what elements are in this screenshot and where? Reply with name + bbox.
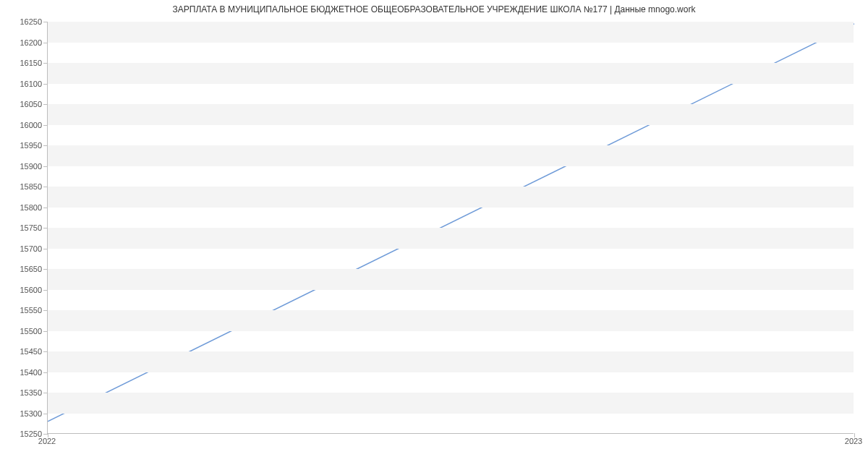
y-tick-label: 15250	[6, 430, 42, 438]
y-tick-label: 16100	[6, 80, 42, 88]
y-tick	[43, 145, 48, 146]
y-tick-label: 15550	[6, 306, 42, 315]
grid-band	[48, 228, 854, 249]
grid-band	[48, 393, 854, 414]
y-tick	[43, 290, 48, 291]
y-tick	[43, 351, 48, 352]
grid-band	[48, 269, 854, 290]
y-tick	[43, 393, 48, 393]
y-tick-label: 16150	[6, 59, 42, 67]
y-tick-label: 15300	[6, 409, 42, 418]
y-tick-label: 15400	[6, 368, 42, 377]
y-tick	[43, 63, 48, 64]
y-tick-label: 16250	[6, 17, 42, 26]
y-tick-label: 15650	[6, 265, 42, 273]
y-tick-label: 15600	[6, 286, 42, 294]
y-tick	[43, 84, 48, 85]
y-tick-label: 15350	[6, 388, 42, 397]
y-tick	[43, 331, 48, 332]
line-chart: ЗАРПЛАТА В МУНИЦИПАЛЬНОЕ БЮДЖЕТНОЕ ОБЩЕО…	[0, 0, 868, 470]
y-tick	[43, 104, 48, 105]
y-tick-label: 15500	[6, 327, 42, 336]
y-tick-label: 16000	[6, 121, 42, 129]
y-tick-label: 15450	[6, 347, 42, 356]
y-tick	[43, 208, 48, 208]
grid-band	[48, 22, 854, 43]
y-tick	[43, 166, 48, 167]
grid-band	[48, 145, 854, 166]
plot-area	[47, 22, 854, 434]
chart-title: ЗАРПЛАТА В МУНИЦИПАЛЬНОЕ БЮДЖЕТНОЕ ОБЩЕО…	[0, 4, 868, 14]
y-tick	[43, 269, 48, 270]
grid-band	[48, 63, 854, 84]
y-tick-label: 15900	[6, 162, 42, 171]
y-tick-label: 15700	[6, 244, 42, 253]
y-tick	[43, 249, 48, 249]
y-tick	[43, 125, 48, 126]
y-tick	[43, 310, 48, 311]
grid-band	[48, 104, 854, 125]
y-tick-label: 15950	[6, 141, 42, 150]
grid-band	[48, 310, 854, 331]
y-tick-label: 15750	[6, 223, 42, 232]
x-tick-label: 2022	[38, 437, 56, 445]
y-tick	[43, 372, 48, 373]
y-tick	[43, 43, 48, 43]
y-tick	[43, 228, 48, 228]
y-tick	[43, 22, 48, 22]
y-tick-label: 15800	[6, 203, 42, 212]
y-tick-label: 16200	[6, 38, 42, 47]
x-tick-label: 2023	[845, 437, 862, 445]
grid-band	[48, 351, 854, 372]
y-tick-label: 16050	[6, 100, 42, 108]
y-tick	[43, 414, 48, 414]
y-tick	[43, 187, 48, 187]
grid-band	[48, 187, 854, 208]
y-tick-label: 15850	[6, 182, 42, 191]
